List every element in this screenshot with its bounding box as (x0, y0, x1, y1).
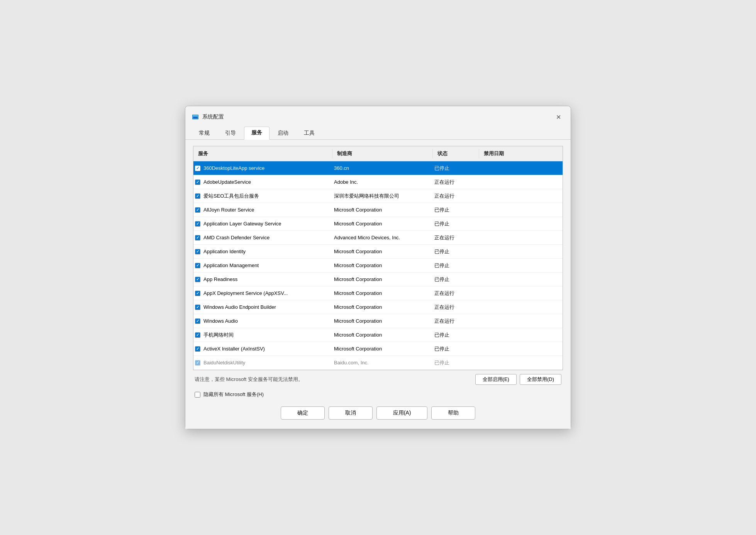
manufacturer-cell: Microsoft Corporation (332, 219, 433, 229)
service-checkbox[interactable] (195, 221, 200, 227)
service-cell: Windows Audio (193, 316, 332, 326)
service-checkbox[interactable] (195, 179, 200, 185)
service-cell: App Readiness (193, 274, 332, 284)
window-icon (192, 113, 199, 121)
service-name: AllJoyn Router Service (203, 207, 254, 213)
table-row[interactable]: ActiveX Installer (AxInstSV)Microsoft Co… (193, 342, 563, 356)
disabled-date-cell (479, 222, 563, 226)
manufacturer-cell: Microsoft Corporation (332, 261, 433, 270)
service-checkbox[interactable] (195, 193, 200, 199)
service-cell: Windows Audio Endpoint Builder (193, 302, 332, 312)
service-cell: 360DesktopLiteApp service (193, 163, 332, 173)
service-checkbox[interactable] (195, 207, 200, 213)
disabled-date-cell (479, 250, 563, 254)
table-header: 服务 制造商 状态 禁用日期 (193, 146, 563, 161)
status-cell: 已停止 (433, 260, 479, 271)
tab-startup[interactable]: 启动 (270, 127, 296, 140)
service-cell: 手机网络时间 (193, 330, 332, 340)
status-cell: 正在运行 (433, 288, 479, 299)
tab-boot[interactable]: 引导 (218, 127, 243, 140)
svg-rect-2 (193, 117, 198, 119)
service-name: Application Identity (203, 249, 246, 254)
manufacturer-cell: Microsoft Corporation (332, 330, 433, 340)
service-checkbox[interactable] (195, 332, 200, 338)
tabs-bar: 常规 引导 服务 启动 工具 (185, 126, 571, 140)
table-row[interactable]: 360DesktopLiteApp service360.cn已停止 (193, 161, 563, 175)
table-row[interactable]: BaiduNetdiskUtilityBaidu.com, Inc.已停止 (193, 356, 563, 370)
service-name: App Readiness (203, 276, 237, 282)
service-name: 爱站SEO工具包后台服务 (203, 193, 259, 200)
tab-tools[interactable]: 工具 (297, 127, 322, 140)
service-checkbox[interactable] (195, 263, 200, 268)
ok-button[interactable]: 确定 (281, 406, 325, 420)
status-cell: 正在运行 (433, 177, 479, 188)
hide-ms-row: 隐藏所有 Microsoft 服务(H) (193, 387, 563, 400)
content-area: 服务 制造商 状态 禁用日期 360DesktopLiteApp service… (185, 140, 571, 429)
enable-all-button[interactable]: 全部启用(E) (475, 374, 517, 385)
service-checkbox[interactable] (195, 249, 200, 254)
status-cell: 正在运行 (433, 191, 479, 201)
table-row[interactable]: Application IdentityMicrosoft Corporatio… (193, 245, 563, 259)
col-service: 服务 (193, 149, 332, 159)
window-title: 系统配置 (202, 113, 552, 120)
footer-action-buttons: 全部启用(E) 全部禁用(D) (475, 374, 561, 385)
service-checkbox[interactable] (195, 277, 200, 282)
table-row[interactable]: Windows Audio Endpoint BuilderMicrosoft … (193, 300, 563, 314)
table-row[interactable]: AllJoyn Router ServiceMicrosoft Corporat… (193, 203, 563, 217)
service-name: Application Management (203, 262, 259, 268)
table-body[interactable]: 360DesktopLiteApp service360.cn已停止AdobeU… (193, 161, 563, 370)
service-checkbox[interactable] (195, 291, 200, 296)
col-status: 状态 (433, 149, 479, 159)
apply-button[interactable]: 应用(A) (376, 406, 428, 420)
cancel-button[interactable]: 取消 (329, 406, 373, 420)
title-bar: 系统配置 ✕ (185, 106, 571, 126)
disabled-date-cell (479, 361, 563, 365)
table-row[interactable]: Application ManagementMicrosoft Corporat… (193, 259, 563, 273)
table-row[interactable]: App ReadinessMicrosoft Corporation已停止 (193, 273, 563, 286)
service-name: BaiduNetdiskUtility (203, 360, 245, 366)
table-row[interactable]: AppX Deployment Service (AppXSV...Micros… (193, 286, 563, 300)
disabled-date-cell (479, 333, 563, 337)
disabled-date-cell (479, 194, 563, 198)
disabled-date-cell (479, 264, 563, 268)
service-checkbox[interactable] (195, 318, 200, 324)
table-row[interactable]: AdobeUpdateServiceAdobe Inc.正在运行 (193, 175, 563, 189)
table-row[interactable]: 爱站SEO工具包后台服务深圳市爱站网络科技有限公司正在运行 (193, 189, 563, 203)
status-cell: 已停止 (433, 218, 479, 229)
service-name: AppX Deployment Service (AppXSV... (203, 290, 288, 296)
service-cell: Application Identity (193, 247, 332, 256)
table-row[interactable]: 手机网络时间Microsoft Corporation已停止 (193, 328, 563, 342)
status-cell: 已停止 (433, 246, 479, 257)
col-manufacturer: 制造商 (332, 149, 433, 159)
footer-note-row: 请注意，某些 Microsoft 安全服务可能无法禁用。 全部启用(E) 全部禁… (193, 370, 563, 387)
manufacturer-cell: Microsoft Corporation (332, 288, 433, 298)
table-row[interactable]: AMD Crash Defender ServiceAdvanced Micro… (193, 231, 563, 245)
service-checkbox[interactable] (195, 235, 200, 240)
service-name: ActiveX Installer (AxInstSV) (203, 346, 265, 352)
manufacturer-cell: 360.cn (332, 163, 433, 173)
disable-all-button[interactable]: 全部禁用(D) (520, 374, 561, 385)
tab-general[interactable]: 常规 (192, 127, 217, 140)
service-cell: AdobeUpdateService (193, 177, 332, 187)
close-button[interactable]: ✕ (552, 111, 564, 123)
status-cell: 正在运行 (433, 232, 479, 243)
service-checkbox[interactable] (195, 166, 200, 171)
service-checkbox[interactable] (195, 346, 200, 352)
manufacturer-cell: Microsoft Corporation (332, 205, 433, 215)
manufacturer-cell: Microsoft Corporation (332, 247, 433, 256)
tab-services[interactable]: 服务 (244, 127, 270, 140)
manufacturer-cell: Baidu.com, Inc. (332, 358, 433, 367)
service-checkbox[interactable] (195, 360, 200, 366)
manufacturer-cell: 深圳市爱站网络科技有限公司 (332, 191, 433, 201)
service-name: AMD Crash Defender Service (203, 235, 270, 240)
service-cell: Application Layer Gateway Service (193, 219, 332, 229)
help-button[interactable]: 帮助 (431, 406, 475, 420)
hide-ms-checkbox[interactable] (195, 392, 200, 398)
manufacturer-cell: Microsoft Corporation (332, 316, 433, 326)
table-row[interactable]: Application Layer Gateway ServiceMicroso… (193, 217, 563, 231)
service-cell: AppX Deployment Service (AppXSV... (193, 288, 332, 298)
disabled-date-cell (479, 305, 563, 309)
status-cell: 已停止 (433, 344, 479, 354)
service-checkbox[interactable] (195, 305, 200, 310)
table-row[interactable]: Windows AudioMicrosoft Corporation正在运行 (193, 314, 563, 328)
